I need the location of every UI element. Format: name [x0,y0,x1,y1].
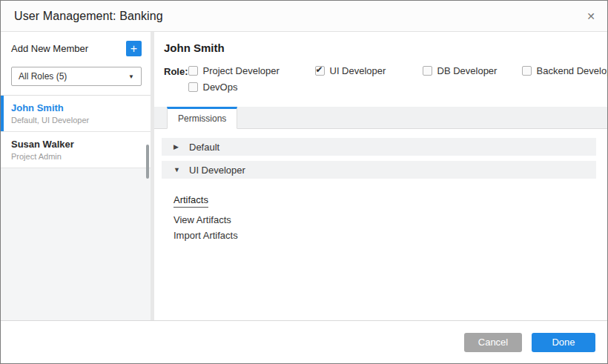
sidebar-header: Add New Member + All Roles (5) ▼ [1,32,151,96]
done-button[interactable]: Done [532,333,595,352]
checkbox-devops[interactable]: DevOps [188,82,315,93]
member-roles: Project Admin [11,152,140,161]
add-member-row: Add New Member + [11,39,142,58]
checkbox-icon[interactable] [188,66,198,76]
member-item-john-smith[interactable]: John Smith Default, UI Developer [1,96,151,132]
dialog-body: Add New Member + All Roles (5) ▼ John Sm… [1,32,607,320]
member-item-susan-walker[interactable]: Susan Walker Project Admin [1,132,151,168]
selected-member-title: John Smith [164,42,596,54]
role-checkbox-grid: Project Developer UI Developer DB Develo… [188,65,608,93]
role-assignment-row: Role: Project Developer UI Developer DB … [164,65,596,93]
permission-item-view-artifacts: View Artifacts [174,214,596,225]
dialog-title: User Management: Banking [14,10,163,23]
member-name: John Smith [11,102,140,113]
permission-groups-accordion: ▶ Default ▼ UI Developer [162,138,596,179]
checkbox-label: DevOps [203,82,238,93]
member-list: John Smith Default, UI Developer Susan W… [1,96,151,168]
member-detail-panel: John Smith Role: Project Developer UI De… [154,32,607,320]
checkbox-checked-icon[interactable] [315,66,325,76]
dialog-titlebar: User Management: Banking ✕ [1,1,607,32]
dialog-footer: Cancel Done [1,320,607,363]
checkbox-icon[interactable] [423,66,432,76]
close-icon[interactable]: ✕ [586,11,595,21]
checkbox-label: Backend Developer [537,65,608,76]
user-management-dialog: User Management: Banking ✕ Add New Membe… [0,0,608,364]
accordion-label: Default [189,142,219,153]
accordion-label: UI Developer [189,165,245,176]
checkbox-backend-developer[interactable]: Backend Developer [522,65,608,76]
checkbox-label: Project Developer [203,65,280,76]
chevron-right-icon: ▶ [174,143,182,150]
role-label: Role: [164,65,188,77]
accordion-row-ui-developer[interactable]: ▼ UI Developer [162,161,596,179]
members-sidebar: Add New Member + All Roles (5) ▼ John Sm… [1,32,151,320]
checkbox-icon[interactable] [522,66,532,76]
permissions-section-title: Artifacts [174,194,208,208]
roles-filter-value: All Roles (5) [19,71,67,82]
add-member-label: Add New Member [11,43,88,54]
checkbox-label: DB Developer [437,65,498,76]
checkbox-label: UI Developer [330,65,386,76]
checkbox-icon[interactable] [188,82,198,92]
roles-filter-select[interactable]: All Roles (5) ▼ [11,67,142,86]
member-roles: Default, UI Developer [11,116,140,125]
chevron-down-icon: ▼ [174,166,182,173]
checkbox-db-developer[interactable]: DB Developer [423,65,522,76]
cancel-button[interactable]: Cancel [464,333,522,352]
permissions-detail: Artifacts View Artifacts Import Artifact… [174,193,596,241]
permission-item-import-artifacts: Import Artifacts [174,230,596,241]
checkbox-project-developer[interactable]: Project Developer [188,65,315,76]
tab-permissions[interactable]: Permissions [167,107,237,129]
checkbox-ui-developer[interactable]: UI Developer [315,65,423,76]
detail-tabbar: Permissions [154,107,607,129]
accordion-row-default[interactable]: ▶ Default [162,138,596,156]
add-member-button[interactable]: + [126,41,142,56]
chevron-down-icon: ▼ [128,73,134,80]
member-name: Susan Walker [11,139,140,150]
sidebar-scrollbar-thumb[interactable] [146,145,149,179]
